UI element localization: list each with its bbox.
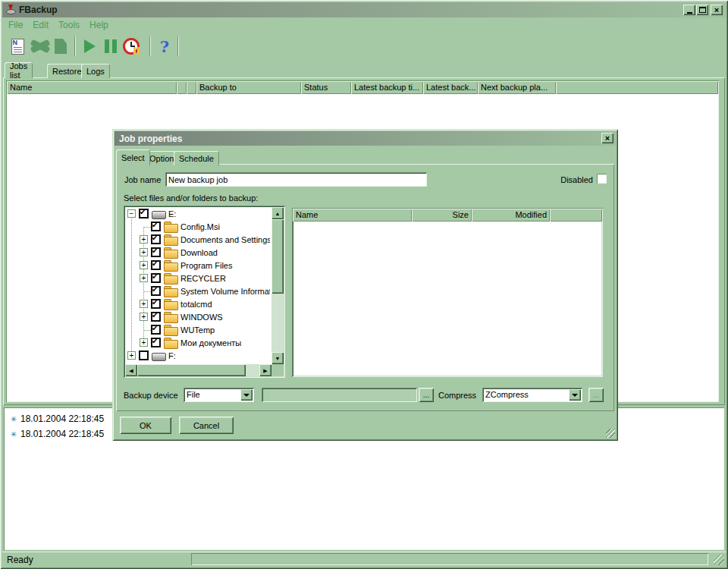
tree-vscroll-up-button[interactable]: ▲: [271, 207, 284, 219]
dialog-close-button[interactable]: ×: [601, 133, 613, 143]
tree-row[interactable]: F:: [125, 349, 270, 362]
tree-row[interactable]: Documents and Settings: [125, 233, 270, 246]
tree-expander-icon[interactable]: [140, 274, 148, 282]
tab-jobs-list[interactable]: Jobs list: [5, 62, 33, 78]
tab-logs[interactable]: Logs: [81, 64, 110, 78]
tree-expander-icon[interactable]: [140, 235, 148, 244]
question-mark-glyph: [160, 37, 169, 56]
tree-vscrollbar-thumb[interactable]: [271, 219, 284, 294]
dialog-resize-grip[interactable]: [606, 429, 615, 438]
tree-expander-icon[interactable]: [140, 287, 148, 295]
column-header-filler: [556, 81, 718, 94]
file-column-name[interactable]: Name: [293, 209, 412, 222]
browse-destination-button[interactable]: ...: [419, 388, 434, 402]
column-header-blank1[interactable]: [177, 81, 187, 94]
tree-expander-icon[interactable]: [140, 313, 148, 321]
minimize-button[interactable]: [683, 5, 695, 15]
close-button[interactable]: ×: [711, 5, 723, 15]
tab-select[interactable]: Select: [116, 149, 150, 165]
tree-expander-icon[interactable]: [140, 325, 148, 334]
tree-expander-icon[interactable]: [140, 261, 148, 269]
compress-label: Compress: [438, 391, 476, 400]
tree-expander-icon[interactable]: [127, 209, 136, 218]
file-column-size[interactable]: Size: [412, 209, 472, 222]
log-entry-text: 18.01.2004 22:18:45: [20, 429, 104, 439]
tree-expander-icon[interactable]: [140, 300, 148, 308]
dialog-titlebar[interactable]: Job properties ×: [115, 131, 616, 146]
tree-hscroll-right-button[interactable]: ▶: [259, 364, 271, 376]
tree-expander-icon[interactable]: [140, 338, 148, 347]
toolbar-separator: [74, 36, 76, 56]
tree-checkbox[interactable]: [151, 222, 161, 231]
tree-checkbox[interactable]: [151, 338, 161, 347]
tree-row[interactable]: E:: [125, 207, 270, 220]
green-document-glyph: [55, 39, 67, 54]
tree-expander-icon[interactable]: [127, 351, 136, 360]
file-list[interactable]: Name Size Modified: [292, 208, 603, 377]
resize-grip[interactable]: [714, 555, 724, 565]
status-text: Ready: [7, 555, 33, 565]
backup-device-dropdown-button[interactable]: [240, 389, 253, 401]
tree-checkbox[interactable]: [151, 260, 161, 270]
column-header-backup-to[interactable]: Backup to: [196, 81, 301, 94]
tree-row[interactable]: Download: [125, 246, 270, 259]
tree-vscroll-down-button[interactable]: ▼: [271, 352, 284, 364]
tree-checkbox[interactable]: [151, 247, 161, 257]
ok-button[interactable]: OK: [120, 417, 171, 434]
column-header-blank2[interactable]: [187, 81, 196, 94]
file-column-modified[interactable]: Modified: [472, 209, 550, 222]
tab-schedule[interactable]: Schedule: [174, 151, 219, 165]
tree-row[interactable]: Program Files: [125, 259, 270, 272]
tree-checkbox[interactable]: [139, 209, 149, 218]
pause-backup-icon[interactable]: [100, 36, 121, 57]
tree-checkbox[interactable]: [151, 234, 161, 244]
column-header-status[interactable]: Status: [301, 81, 351, 94]
tree-checkbox[interactable]: [151, 273, 161, 283]
job-properties-icon: [30, 36, 51, 57]
column-header-latest-backup-time[interactable]: Latest backup ti...: [351, 81, 423, 94]
menu-item[interactable]: Tools: [58, 20, 80, 30]
job-name-input[interactable]: [165, 172, 427, 187]
tree-checkbox[interactable]: [151, 299, 161, 309]
tree-checkbox[interactable]: [151, 312, 161, 322]
window-controls: ×: [682, 5, 723, 15]
start-backup-icon[interactable]: [79, 36, 100, 57]
maximize-button[interactable]: [696, 5, 708, 15]
fbackup-app-icon[interactable]: [5, 5, 16, 15]
toolbar: [2, 33, 726, 60]
tree-checkbox[interactable]: [151, 325, 161, 335]
menu-item[interactable]: Edit: [33, 20, 49, 30]
compress-combo[interactable]: ZCompress: [482, 388, 582, 402]
tree-row[interactable]: Мои документы: [125, 336, 270, 349]
tree-hscrollbar-thumb[interactable]: [137, 364, 246, 376]
window-titlebar[interactable]: FBackup ×: [2, 2, 726, 17]
menu-item[interactable]: File: [8, 20, 23, 30]
tree-expander-icon[interactable]: [140, 248, 148, 256]
tree-item-icon: [164, 273, 177, 284]
column-header-latest-backup[interactable]: Latest back...: [423, 81, 478, 94]
tree-row[interactable]: RECYCLER: [125, 272, 270, 284]
disabled-checkbox[interactable]: [597, 174, 607, 184]
column-header-next-backup[interactable]: Next backup pla...: [478, 81, 556, 94]
tree-checkbox[interactable]: [139, 351, 149, 360]
menu-item[interactable]: Help: [89, 20, 108, 30]
tree-row[interactable]: Config.Msi: [125, 220, 270, 233]
tree-row[interactable]: System Volume Informatio: [125, 284, 270, 297]
tree-row[interactable]: totalcmd: [125, 297, 270, 310]
tree-expander-icon[interactable]: [140, 222, 148, 231]
compress-dropdown-button[interactable]: [569, 389, 581, 401]
cancel-button[interactable]: Cancel: [179, 417, 234, 434]
tree-item-icon: [164, 222, 177, 232]
help-icon[interactable]: [154, 36, 175, 57]
tree-checkbox[interactable]: [151, 286, 161, 296]
tree-row[interactable]: WUTemp: [125, 323, 270, 336]
folder-tree[interactable]: E: Config.Msi Documents and Settings: [124, 206, 285, 378]
chevron-down-icon: [243, 394, 249, 400]
column-header-name[interactable]: Name: [7, 81, 177, 94]
tree-row[interactable]: WINDOWS: [125, 310, 270, 323]
scheduler-clock-icon[interactable]: [121, 36, 142, 57]
status-panel: [191, 553, 708, 565]
new-job-icon[interactable]: [7, 36, 28, 57]
tree-hscroll-left-button[interactable]: ◀: [125, 364, 137, 376]
backup-device-combo[interactable]: File: [184, 388, 254, 402]
